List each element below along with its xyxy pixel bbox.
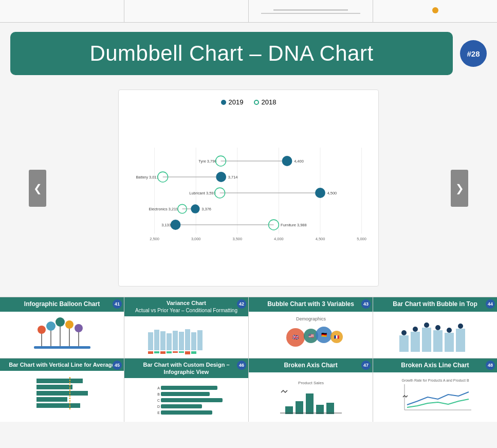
svg-rect-55 <box>191 332 196 350</box>
svg-text:A: A <box>157 386 160 390</box>
svg-rect-53 <box>179 332 184 350</box>
svg-point-30 <box>191 204 199 213</box>
svg-rect-48 <box>148 332 153 350</box>
thumb-image-4 <box>373 312 497 358</box>
svg-rect-51 <box>167 333 172 350</box>
svg-text:🇬🇧: 🇬🇧 <box>292 334 299 341</box>
svg-rect-59 <box>173 351 178 353</box>
svg-text:2,500: 2,500 <box>150 237 159 241</box>
svg-rect-87 <box>36 385 72 389</box>
svg-rect-96 <box>161 410 212 415</box>
thumb-badge-1: 41 <box>113 299 122 309</box>
svg-rect-104 <box>296 401 303 414</box>
thumb-bubble-3vars[interactable]: Bubble Chart with 3 Variables 43 Demogra… <box>249 297 373 358</box>
svg-point-20 <box>216 172 226 182</box>
svg-text:D: D <box>157 405 159 408</box>
thumb-label-7: Broken Axis Chart <box>249 359 373 373</box>
svg-text:3,714: 3,714 <box>228 175 238 180</box>
thumb-badge-8: 48 <box>486 361 495 370</box>
svg-rect-77 <box>433 330 443 352</box>
svg-point-84 <box>447 328 452 333</box>
thumb-broken-axis[interactable]: Broken Axis Chart 47 Product Sales <box>249 359 373 422</box>
legend-2019: 2019 <box>221 98 244 106</box>
svg-rect-79 <box>456 329 465 352</box>
svg-point-81 <box>413 327 418 332</box>
svg-text:🇫🇷: 🇫🇷 <box>334 334 339 339</box>
svg-text:Battery 3,011: Battery 3,011 <box>136 175 158 180</box>
svg-rect-62 <box>167 351 172 353</box>
svg-rect-90 <box>36 403 80 408</box>
svg-point-46 <box>65 320 73 329</box>
svg-rect-75 <box>411 332 420 352</box>
thumb-label-2: Variance ChartActual vs Prior Year – Con… <box>124 297 248 316</box>
svg-rect-58 <box>160 351 165 354</box>
thumb-infographic-balloon[interactable]: Infographic Balloon Chart 41 <box>0 297 124 358</box>
svg-text:3,376: 3,376 <box>201 207 211 211</box>
chart-legend: 2019 2018 <box>129 98 368 106</box>
thumb-bar-bubble-top[interactable]: Bar Chart with Bubble in Top 44 <box>373 297 497 358</box>
svg-point-15 <box>282 156 292 166</box>
thumb-badge-2: 42 <box>237 299 246 309</box>
svg-text:Electronics 3,219: Electronics 3,219 <box>149 207 178 211</box>
svg-rect-60 <box>185 351 190 354</box>
legend-dot-2019 <box>221 100 226 105</box>
svg-text:4,000: 4,000 <box>274 237 284 241</box>
svg-point-25 <box>315 188 325 198</box>
thumb-row-1: Infographic Balloon Chart 41 <box>0 297 497 358</box>
svg-rect-56 <box>197 330 203 350</box>
thumb-bar-vertical-avg[interactable]: Bar Chart with Vertical Line for Average… <box>0 359 124 422</box>
thumb-broken-axis-line[interactable]: Broken Axis Line Chart 48 Growth Rate fo… <box>373 359 497 422</box>
thumb-badge-3: 43 <box>361 299 371 309</box>
svg-point-33 <box>171 220 181 230</box>
thumb-image-7: Product Sales <box>249 372 373 419</box>
thumb-partial-1[interactable] <box>0 0 124 23</box>
thumb-label-1: Infographic Balloon Chart <box>0 297 124 312</box>
svg-rect-64 <box>191 351 196 354</box>
svg-rect-37 <box>34 346 90 349</box>
legend-dot-2018 <box>254 100 259 105</box>
thumb-partial-2[interactable] <box>124 0 249 23</box>
svg-text:Demographics: Demographics <box>296 316 326 321</box>
svg-rect-89 <box>36 397 67 402</box>
svg-rect-86 <box>36 379 83 383</box>
nav-right-button[interactable]: ❯ <box>451 170 468 207</box>
svg-text:Furniture 3,988: Furniture 3,988 <box>281 223 306 227</box>
thumb-bar-custom-design[interactable]: Bar Chart with Custom Design – Infograph… <box>124 359 249 422</box>
thumb-label-6: Bar Chart with Custom Design – Infograph… <box>124 359 248 379</box>
svg-text:3,500: 3,500 <box>232 237 242 241</box>
svg-point-83 <box>435 325 440 330</box>
page-badge: #28 <box>460 40 487 67</box>
svg-rect-95 <box>161 404 202 408</box>
svg-rect-93 <box>161 392 210 396</box>
svg-text:Lubricant 3,593: Lubricant 3,593 <box>189 191 215 195</box>
svg-point-44 <box>46 321 56 331</box>
thumb-partial-3[interactable] <box>249 0 373 23</box>
svg-rect-107 <box>326 403 334 414</box>
svg-rect-94 <box>161 398 223 402</box>
thumb-partial-4[interactable] <box>373 0 497 23</box>
svg-text:Product Sales: Product Sales <box>298 381 324 385</box>
svg-rect-105 <box>306 393 314 414</box>
thumb-badge-7: 47 <box>361 361 371 370</box>
thumbnails-section: Infographic Balloon Chart 41 <box>0 297 497 422</box>
svg-rect-61 <box>154 351 159 353</box>
nav-left-button[interactable]: ❮ <box>29 170 46 207</box>
dna-chart-svg: 2,500 3,000 3,500 4,000 4,500 5,000 Tyre… <box>129 113 368 278</box>
thumb-badge-4: 44 <box>486 299 495 309</box>
thumb-variance-chart[interactable]: Variance ChartActual vs Prior Year – Con… <box>124 297 249 358</box>
svg-rect-54 <box>185 329 190 350</box>
svg-text:4,500: 4,500 <box>327 191 337 195</box>
thumb-label-3: Bubble Chart with 3 Variables <box>249 297 373 312</box>
svg-point-45 <box>56 317 65 327</box>
svg-text:3,133: 3,133 <box>161 223 171 227</box>
page-title: Dumbbell Chart – DNA Chart <box>31 41 432 66</box>
svg-text:4,400: 4,400 <box>294 159 304 164</box>
svg-text:🇩🇪: 🇩🇪 <box>321 332 327 338</box>
thumb-row-2: Bar Chart with Vertical Line for Average… <box>0 358 497 422</box>
svg-point-80 <box>401 330 407 335</box>
svg-text:4,500: 4,500 <box>316 237 325 241</box>
svg-text:Tyre 3,796: Tyre 3,796 <box>198 159 216 164</box>
svg-text:5,000: 5,000 <box>357 237 366 241</box>
thumb-badge-6: 46 <box>237 361 246 370</box>
legend-label-2018: 2018 <box>262 98 277 106</box>
